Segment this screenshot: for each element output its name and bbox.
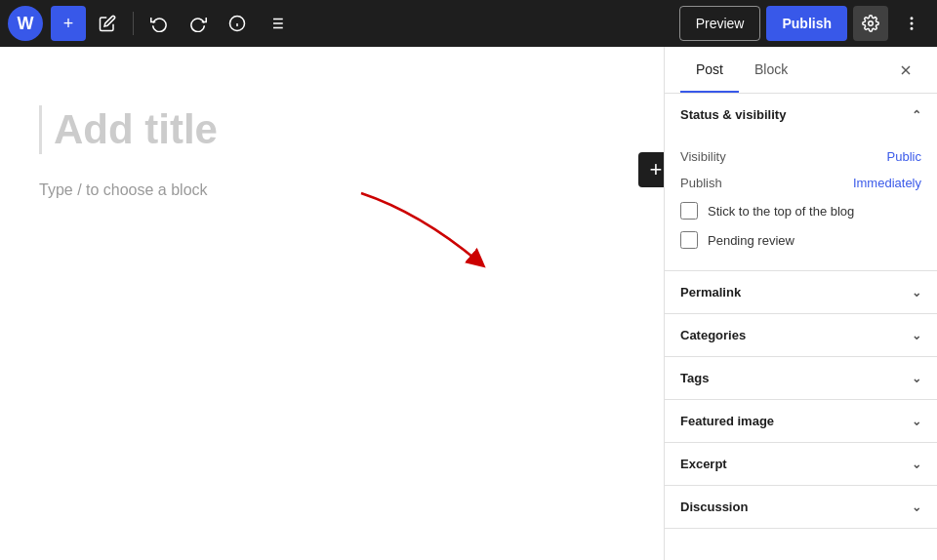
info-button[interactable] (220, 6, 255, 41)
svg-point-10 (911, 18, 913, 20)
inline-add-block-button[interactable]: + (638, 152, 664, 187)
visibility-label: Visibility (680, 149, 726, 164)
redo-button[interactable] (181, 6, 216, 41)
sidebar-tabs: Post Block (680, 47, 890, 93)
chevron-up-icon: ⌃ (912, 108, 921, 122)
permalink-chevron-icon: ⌄ (912, 286, 921, 300)
featured-image-section[interactable]: Featured image ⌄ (665, 400, 937, 443)
svg-point-11 (911, 22, 913, 24)
svg-point-9 (869, 21, 874, 26)
sidebar-close-button[interactable] (890, 55, 921, 86)
tags-chevron-icon: ⌄ (912, 372, 921, 385)
featured-image-title: Featured image (680, 414, 774, 428)
toolbar: W + Preview Publish (0, 0, 937, 47)
close-icon (898, 62, 914, 78)
publish-row: Publish Immediately (680, 170, 921, 196)
stick-to-top-row: Stick to the top of the blog (680, 196, 921, 225)
list-icon (267, 15, 285, 32)
wp-logo-icon[interactable]: W (8, 6, 43, 41)
excerpt-title: Excerpt (680, 457, 727, 471)
stick-to-top-label: Stick to the top of the blog (708, 204, 854, 219)
tags-title: Tags (680, 371, 709, 385)
status-visibility-title: Status & visibility (680, 107, 786, 122)
publish-button[interactable]: Publish (766, 6, 847, 41)
tab-block[interactable]: Block (739, 47, 803, 93)
add-block-button[interactable]: + (51, 6, 86, 41)
editor-inner: Type / to choose a block + (39, 105, 625, 199)
discussion-chevron-icon: ⌄ (912, 500, 921, 514)
more-vertical-icon (903, 15, 920, 32)
status-visibility-section: Status & visibility ⌃ Visibility Public … (665, 94, 937, 271)
pencil-icon (99, 15, 116, 32)
redo-icon (189, 15, 207, 32)
tags-section[interactable]: Tags ⌄ (665, 357, 937, 400)
sidebar-body: Status & visibility ⌃ Visibility Public … (665, 94, 937, 560)
pending-review-row: Pending review (680, 225, 921, 255)
permalink-section[interactable]: Permalink ⌄ (665, 271, 937, 314)
categories-chevron-icon: ⌄ (912, 329, 921, 342)
status-visibility-body: Visibility Public Publish Immediately St… (665, 136, 937, 270)
pencil-button[interactable] (90, 6, 125, 41)
publish-label: Publish (680, 176, 722, 190)
publish-value[interactable]: Immediately (853, 176, 921, 190)
excerpt-section[interactable]: Excerpt ⌄ (665, 443, 937, 486)
toolbar-divider (133, 12, 134, 35)
excerpt-chevron-icon: ⌄ (912, 458, 921, 471)
categories-title: Categories (680, 328, 746, 342)
more-options-button[interactable] (894, 6, 929, 41)
block-placeholder: Type / to choose a block (39, 181, 625, 199)
settings-button[interactable] (853, 6, 888, 41)
toolbar-left: W + (8, 6, 675, 41)
status-visibility-header[interactable]: Status & visibility ⌃ (665, 94, 937, 136)
list-view-button[interactable] (259, 6, 294, 41)
toolbar-right: Preview Publish (679, 6, 929, 41)
featured-image-chevron-icon: ⌄ (912, 415, 921, 428)
pending-review-label: Pending review (708, 233, 794, 248)
editor-area: Type / to choose a block + (0, 47, 664, 560)
visibility-row: Visibility Public (680, 143, 921, 170)
sidebar: Post Block Status & visibility ⌃ Visibil… (664, 47, 937, 560)
pending-review-checkbox[interactable] (680, 231, 698, 249)
post-title-input[interactable] (39, 105, 625, 154)
permalink-title: Permalink (680, 285, 741, 300)
discussion-title: Discussion (680, 500, 748, 514)
visibility-value[interactable]: Public (887, 149, 921, 164)
svg-point-12 (911, 28, 913, 30)
undo-button[interactable] (142, 6, 177, 41)
main-area: Type / to choose a block + Post Block (0, 47, 937, 560)
preview-button[interactable]: Preview (679, 6, 761, 41)
tab-post[interactable]: Post (680, 47, 739, 93)
sidebar-header: Post Block (665, 47, 937, 94)
info-icon (228, 15, 246, 32)
gear-icon (862, 15, 879, 32)
stick-to-top-checkbox[interactable] (680, 202, 698, 220)
undo-icon (150, 15, 168, 32)
discussion-section[interactable]: Discussion ⌄ (665, 486, 937, 529)
categories-section[interactable]: Categories ⌄ (665, 314, 937, 357)
